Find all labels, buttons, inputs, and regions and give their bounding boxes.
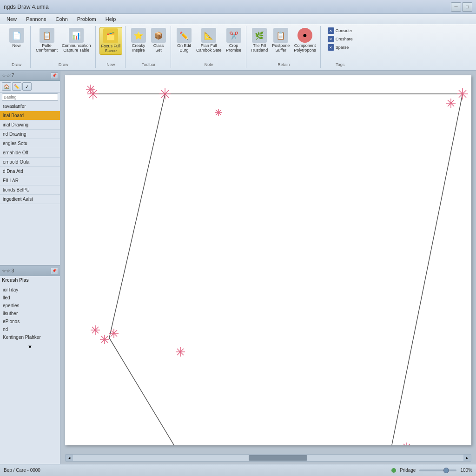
- hscroll-thumb[interactable]: [249, 455, 307, 461]
- drawing-canvas[interactable]: [65, 75, 471, 445]
- panel-top-title-text: ☆☆:7: [2, 73, 14, 78]
- ribbon-group-label-1: Draw: [12, 61, 21, 67]
- bottom-item-nd[interactable]: nd: [1, 325, 59, 333]
- zoom-slider[interactable]: [419, 469, 456, 471]
- canvas-area[interactable]: ◄ ►: [60, 71, 476, 464]
- menu-help[interactable]: Help: [101, 15, 121, 23]
- ribbon-btn-communication-label: CommunicationCapture Table: [62, 44, 91, 53]
- left-panel-bottom-title: ☆☆:3 📌: [0, 266, 60, 276]
- ribbon-group-6: 🌿 Tile FillRustland 📋 PostponeSuffer ● C…: [247, 26, 321, 68]
- hscroll-right-arrow[interactable]: ►: [463, 455, 471, 461]
- minimize-button[interactable]: ─: [451, 2, 461, 12]
- left-panel-bottom: ☆☆:3 📌 Kreush Plas iorTday lled eperties…: [0, 266, 60, 464]
- ribbon-btn-component[interactable]: ● ComponentPolytropons: [292, 27, 317, 54]
- bottom-panel-header: Kreush Plas: [0, 276, 60, 284]
- ribbon: 📄 New Draw 📋 PulteConformant 📊 Communica…: [0, 24, 476, 71]
- ribbon-btns-2: 📋 PulteConformant 📊 CommunicationCapture…: [34, 27, 93, 61]
- ribbon-group-label-4: Toolbar: [142, 61, 156, 67]
- ribbon-btn-communication[interactable]: 📊 CommunicationCapture Table: [60, 27, 93, 54]
- menu-new[interactable]: New: [2, 15, 21, 23]
- sidebar-check-btn[interactable]: ✓: [22, 82, 32, 91]
- ribbon-btn-postpone[interactable]: 📋 PostponeSuffer: [271, 27, 291, 54]
- sidebar-edit-btn[interactable]: ✏️: [12, 82, 21, 91]
- ribbon-btn-on-edit[interactable]: ✏️ On EditBurg: [175, 27, 193, 54]
- title-bar: ngds Draw 4.umla ─ □: [0, 0, 476, 14]
- menu-problom[interactable]: Problom: [73, 15, 101, 23]
- focus-full-icon: 🗂️: [103, 28, 118, 43]
- marker-ml1: [91, 325, 100, 335]
- ribbon-btn-crop[interactable]: ✂️ CropPromise: [225, 27, 243, 54]
- ribbon-btns-tags: ✕ Consider ✕ Creshare ✕ Sparse: [326, 27, 354, 61]
- left-sidebar: ☆☆:7 📌 🏠 ✏️ ✓ ravasianfer inal Board ina…: [0, 71, 60, 464]
- sidebar-item-ingedient[interactable]: ingedient Aalsi: [0, 195, 60, 204]
- bottom-item-lled[interactable]: lled: [1, 294, 59, 302]
- menu-bar: New Pannons Cohn Problom Help: [0, 14, 476, 24]
- pulte-icon: 📋: [40, 28, 54, 43]
- hscroll-track[interactable]: [73, 455, 463, 461]
- creshare-label: Creshare: [336, 37, 353, 41]
- sidebar-item-nd-drawing[interactable]: nd Drawing: [0, 130, 60, 139]
- scroll-arrow-down[interactable]: ▼: [0, 343, 60, 350]
- sidebar-item-ernahlde-off[interactable]: ernahlde Off: [0, 148, 60, 158]
- menu-cohn[interactable]: Cohn: [51, 15, 72, 23]
- ribbon-btns-6: 🌿 Tile FillRustland 📋 PostponeSuffer ● C…: [250, 27, 317, 61]
- ribbon-btn-focus-full[interactable]: 🗂️ Focus FullScene: [99, 27, 123, 55]
- sidebar-item-ernaold-oula[interactable]: ernaold Oula: [0, 158, 60, 167]
- canvas-hscroll: ◄ ►: [65, 454, 471, 462]
- ribbon-tag-consider[interactable]: ✕ Consider: [326, 27, 354, 34]
- ribbon-btn-tile-fill[interactable]: 🌿 Tile FillRustland: [250, 27, 270, 54]
- zoom-percent: 100%: [460, 468, 472, 473]
- sidebar-search-input[interactable]: [2, 93, 58, 101]
- sidebar-home-btn[interactable]: 🏠: [2, 82, 11, 91]
- zoom-thumb[interactable]: [443, 468, 449, 473]
- ribbon-tag-creshare[interactable]: ✕ Creshare: [326, 35, 354, 43]
- sidebar-item-ravasianfer[interactable]: ravasianfer: [0, 102, 60, 111]
- sidebar-item-d-dna-atd[interactable]: d Dna Atd: [0, 167, 60, 176]
- ribbon-group-5: ✏️ On EditBurg 📐 Plan FullCambok Sate ✂️…: [172, 26, 246, 68]
- create-inspire-icon: ⭐: [131, 28, 146, 43]
- ribbon-btn-plan-label: Plan FullCambok Sate: [196, 44, 222, 53]
- ribbon-group-tags: ✕ Consider ✕ Creshare ✕ Sparse Tags: [322, 26, 359, 68]
- plan-full-icon: 📐: [201, 28, 216, 43]
- class-set-icon: 📦: [151, 28, 166, 43]
- marker-ml3: [109, 329, 119, 338]
- sidebar-item-engles-sotu[interactable]: engles Sotu: [0, 139, 60, 148]
- ribbon-btn-new[interactable]: 📄 New: [7, 27, 26, 49]
- sidebar-item-inal-drawing[interactable]: inal Drawing: [0, 120, 60, 130]
- window-controls: ─ □: [451, 2, 472, 12]
- ribbon-btns-5: ✏️ On EditBurg 📐 Plan FullCambok Sate ✂️…: [175, 27, 243, 61]
- communication-icon: 📊: [69, 28, 84, 43]
- svg-line-2: [109, 338, 178, 445]
- bottom-item-ilsuther[interactable]: ilsuther: [1, 310, 59, 317]
- sidebar-list: ravasianfer inal Board inal Drawing nd D…: [0, 102, 60, 204]
- zoom-control[interactable]: [419, 469, 456, 471]
- ribbon-btn-create-label: CreakyInspire: [132, 44, 145, 53]
- ribbon-btn-plan-full[interactable]: 📐 Plan FullCambok Sate: [195, 27, 223, 54]
- bottom-item-kentingen[interactable]: Kentingen Plahker: [1, 333, 59, 341]
- sidebar-item-tionds[interactable]: tionds BelPU: [0, 185, 60, 195]
- ribbon-btn-component-label: ComponentPolytropons: [294, 44, 316, 53]
- ribbon-btn-pulte[interactable]: 📋 PulteConformant: [34, 27, 59, 54]
- maximize-button[interactable]: □: [462, 2, 472, 12]
- bottom-item-eperties[interactable]: eperties: [1, 302, 59, 310]
- ribbon-group-3: 🗂️ Focus FullScene New: [97, 26, 126, 68]
- sparse-label: Sparse: [336, 45, 349, 50]
- bottom-item-iorTday[interactable]: iorTday: [1, 286, 59, 294]
- menu-pannons[interactable]: Pannons: [21, 15, 51, 23]
- ribbon-btn-postpone-label: PostponeSuffer: [272, 44, 290, 53]
- ribbon-group-label-6: Retain: [278, 61, 290, 67]
- panel-pin-button[interactable]: 📌: [51, 73, 58, 79]
- bottom-item-ePlonos[interactable]: ePlonos: [1, 317, 59, 325]
- panel-bottom-pin-button[interactable]: 📌: [51, 268, 58, 274]
- hscroll-left-arrow[interactable]: ◄: [66, 455, 73, 461]
- ribbon-tag-sparse[interactable]: ✕ Sparse: [326, 44, 350, 51]
- sidebar-item-fillar[interactable]: FILLAR: [0, 176, 60, 185]
- sidebar-item-inal-board[interactable]: inal Board: [0, 111, 60, 120]
- marker-tl-small: [86, 85, 95, 94]
- main-area: ☆☆:7 📌 🏠 ✏️ ✓ ravasianfer inal Board ina…: [0, 71, 476, 464]
- app-title: ngds Draw 4.umla: [4, 4, 49, 10]
- ribbon-btn-class-set[interactable]: 📦 ClassSet: [149, 27, 168, 54]
- marker-tl: [87, 88, 99, 99]
- ribbon-group-label-tags: Tags: [336, 61, 344, 67]
- ribbon-btn-create-inspire[interactable]: ⭐ CreakyInspire: [129, 27, 148, 54]
